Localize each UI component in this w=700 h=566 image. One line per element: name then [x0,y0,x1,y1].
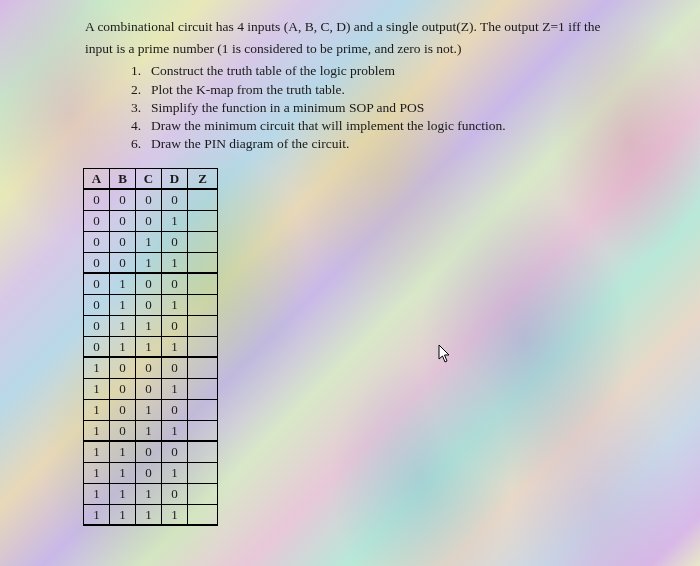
table-row: 0000 [84,189,218,210]
table-cell: 1 [84,399,110,420]
list-item: 4. Draw the minimum circuit that will im… [119,117,670,135]
table-cell: 0 [162,483,188,504]
table-cell: 1 [162,336,188,357]
col-A: A [84,168,110,189]
table-cell [188,210,218,231]
table-cell: 0 [110,210,136,231]
table-cell: 1 [110,441,136,462]
table-cell: 1 [84,462,110,483]
list-num: 6. [119,135,141,153]
list-item: 3. Simplify the function in a minimum SO… [119,99,670,117]
table-cell: 1 [84,420,110,441]
table-cell [188,315,218,336]
list-item: 1. Construct the truth table of the logi… [119,62,670,80]
table-cell: 0 [162,441,188,462]
list-text: Draw the minimum circuit that will imple… [151,117,506,135]
table-cell: 0 [136,357,162,378]
table-cell: 0 [136,462,162,483]
table-cell [188,420,218,441]
table-row: 1110 [84,483,218,504]
table-row: 0010 [84,231,218,252]
table-cell: 0 [136,441,162,462]
list-text: Draw the PIN diagram of the circuit. [151,135,349,153]
table-cell [188,378,218,399]
list-num: 3. [119,99,141,117]
table-row: 1000 [84,357,218,378]
table-cell: 0 [110,189,136,210]
list-item: 2. Plot the K-map from the truth table. [119,81,670,99]
table-cell: 0 [110,252,136,273]
table-cell: 1 [136,483,162,504]
table-cell: 0 [136,189,162,210]
table-cell: 0 [84,210,110,231]
table-cell: 1 [84,378,110,399]
table-cell: 1 [162,378,188,399]
table-row: 0100 [84,273,218,294]
table-cell [188,336,218,357]
table-cell: 0 [84,252,110,273]
table-cell: 0 [162,315,188,336]
problem-line-1: A combinational circuit has 4 inputs (A,… [85,18,670,36]
truth-table: A B C D Z 000000010010001101000101011001… [83,168,218,527]
table-cell: 1 [110,273,136,294]
list-text: Simplify the function in a minimum SOP a… [151,99,424,117]
list-text: Construct the truth table of the logic p… [151,62,395,80]
table-cell: 0 [162,357,188,378]
table-row: 0001 [84,210,218,231]
table-cell: 0 [84,189,110,210]
table-header-row: A B C D Z [84,168,218,189]
table-cell: 0 [110,357,136,378]
table-cell: 1 [162,252,188,273]
table-cell: 1 [162,462,188,483]
table-cell: 1 [110,336,136,357]
document-content: A combinational circuit has 4 inputs (A,… [0,0,700,544]
table-cell [188,441,218,462]
table-cell: 0 [110,378,136,399]
table-cell: 0 [110,399,136,420]
table-cell [188,399,218,420]
table-cell: 0 [110,231,136,252]
table-row: 0101 [84,294,218,315]
table-cell: 0 [136,210,162,231]
table-row: 1010 [84,399,218,420]
problem-line-2: input is a prime number (1 is considered… [85,40,670,58]
table-row: 1011 [84,420,218,441]
list-text: Plot the K-map from the truth table. [151,81,345,99]
task-list: 1. Construct the truth table of the logi… [119,62,670,153]
table-cell: 1 [110,483,136,504]
table-cell: 0 [136,378,162,399]
table-cell [188,357,218,378]
table-cell: 1 [162,504,188,525]
table-cell: 1 [136,420,162,441]
table-cell: 1 [162,420,188,441]
list-num: 4. [119,117,141,135]
table-cell: 0 [162,273,188,294]
table-row: 0110 [84,315,218,336]
table-cell: 1 [84,483,110,504]
list-item: 6. Draw the PIN diagram of the circuit. [119,135,670,153]
col-D: D [162,168,188,189]
table-cell [188,483,218,504]
table-cell: 0 [84,294,110,315]
table-row: 1100 [84,441,218,462]
table-row: 1001 [84,378,218,399]
table-row: 0011 [84,252,218,273]
table-cell: 1 [84,357,110,378]
table-cell: 0 [84,315,110,336]
table-cell: 1 [136,231,162,252]
list-num: 2. [119,81,141,99]
table-cell [188,462,218,483]
table-cell: 1 [162,210,188,231]
table-cell: 0 [162,189,188,210]
table-cell: 1 [110,315,136,336]
table-row: 1111 [84,504,218,525]
table-cell [188,252,218,273]
list-num: 1. [119,62,141,80]
table-cell: 0 [162,399,188,420]
table-cell [188,273,218,294]
table-cell: 0 [84,336,110,357]
col-C: C [136,168,162,189]
table-cell: 1 [136,399,162,420]
table-cell: 1 [84,504,110,525]
table-cell: 1 [136,336,162,357]
